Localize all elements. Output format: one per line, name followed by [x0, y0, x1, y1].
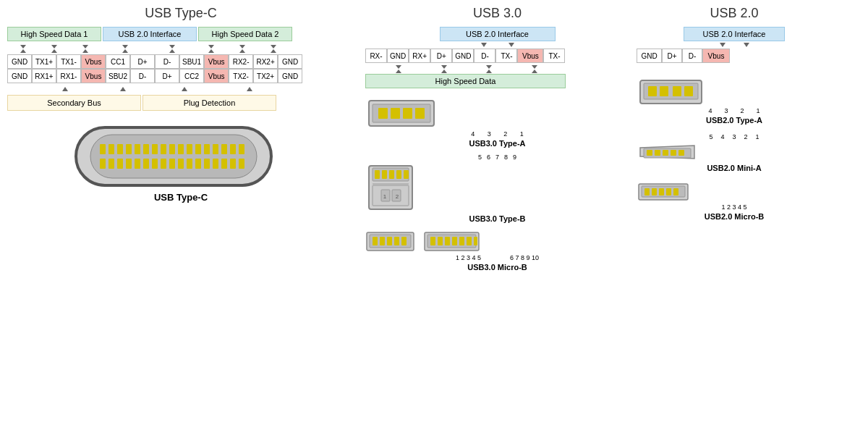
typec-connector-label: USB Type-C — [72, 192, 289, 203]
svg-rect-11 — [178, 144, 184, 154]
arrow-plug-1 — [182, 87, 187, 91]
arrow-hs1-2 — [51, 45, 57, 53]
svg-rect-18 — [239, 144, 244, 154]
svg-rect-31 — [204, 159, 210, 169]
svg-rect-75 — [673, 86, 681, 96]
svg-rect-39 — [391, 108, 400, 119]
svg-text:2: 2 — [396, 193, 399, 200]
usb20mb-pins: 1 2 3 4 5 — [721, 203, 746, 211]
svg-rect-58 — [380, 237, 385, 245]
svg-rect-4 — [117, 144, 123, 154]
arrow-secondary-2 — [120, 87, 126, 91]
pin-rx2p: RX2+ — [253, 54, 278, 69]
usb20mini-pin5: 5 — [709, 133, 712, 140]
svg-rect-50 — [373, 185, 409, 206]
arrow-hs1-3 — [82, 45, 88, 53]
usb30-typea-svg — [365, 97, 438, 130]
typec-connector-svg — [72, 124, 275, 189]
usb2-label-typec: USB 2.0 Interface — [103, 27, 197, 41]
svg-rect-73 — [648, 86, 657, 96]
svg-rect-68 — [459, 237, 464, 245]
usb30-arrow-u1 — [396, 65, 401, 73]
usb30-pin-txm: TX- — [495, 49, 517, 63]
svg-rect-5 — [126, 144, 132, 154]
usb30-pin-dp: D+ — [430, 49, 452, 63]
pin-sbu1: SBU1 — [179, 54, 204, 69]
svg-rect-47 — [396, 170, 401, 179]
usb20mini-pin4: 4 — [720, 133, 724, 140]
svg-rect-69 — [467, 237, 472, 245]
svg-rect-32 — [213, 159, 218, 169]
typec-section: USB Type-C High Speed Data 1 USB 2.0 Int… — [7, 6, 354, 272]
pin-dp-1: D+ — [130, 54, 155, 69]
svg-rect-8 — [152, 144, 158, 154]
typec-pin-row1: GND TX1+ TX1- Vbus CC1 D+ D- SBU1 Vbus R… — [7, 54, 354, 69]
usb20mini-pin1: 1 — [755, 133, 759, 140]
usb30-arrow-d2 — [509, 43, 514, 47]
svg-rect-23 — [135, 159, 140, 169]
svg-rect-57 — [373, 237, 378, 245]
svg-rect-10 — [169, 144, 175, 154]
usb30-typeb-svg: 1 2 — [365, 162, 416, 213]
pin-tx1m: TX1- — [56, 54, 81, 69]
usb30a-pin4: 4 — [471, 130, 475, 138]
usb20-usb2-label: USB 2.0 Interface — [684, 27, 785, 41]
pin-rx2m: RX2- — [229, 54, 253, 69]
usb20a-pin2: 2 — [740, 107, 744, 114]
usb30a-pin3: 3 — [488, 130, 491, 138]
usb20a-pin3: 3 — [724, 107, 728, 114]
svg-rect-38 — [378, 108, 388, 119]
svg-rect-80 — [655, 150, 660, 156]
svg-rect-89 — [666, 188, 671, 196]
pin-vbus-4: Vbus — [204, 69, 229, 83]
usb20-microb-label: USB2.0 Micro-B — [637, 212, 832, 221]
svg-rect-64 — [430, 237, 435, 245]
pin-sbu2: SBU2 — [106, 69, 130, 83]
usb20-microb-svg — [637, 181, 691, 203]
pin-gnd-2: GND — [278, 54, 302, 69]
usb30-arrow-u4 — [532, 65, 537, 73]
usb30-typea-label: USB3.0 Type-A — [365, 139, 629, 148]
usb30-pin-gnd2: GND — [452, 49, 474, 63]
usb30-arrow-d1 — [481, 43, 487, 47]
svg-rect-79 — [647, 150, 652, 156]
usb30-usb2-label: USB 2.0 Interface — [440, 27, 556, 41]
svg-rect-48 — [404, 170, 409, 179]
usb30-typeb-label: USB3.0 Type-B — [365, 214, 629, 223]
arrow-hs2-1 — [208, 45, 214, 53]
svg-rect-61 — [401, 237, 407, 245]
hs2-label: High Speed Data 2 — [198, 27, 292, 41]
svg-rect-3 — [109, 144, 114, 154]
usb20mini-pin2: 2 — [744, 133, 747, 140]
svg-rect-87 — [652, 188, 657, 196]
usb30mb-pin1: 1 2 3 4 5 — [456, 254, 481, 261]
usb30-arrow-u2 — [441, 65, 447, 73]
secondary-bus-label: Secondary Bus — [7, 95, 141, 111]
svg-rect-34 — [230, 159, 236, 169]
usb30-pin-rxm: RX- — [365, 49, 387, 63]
usb20-arrow-d1 — [720, 43, 726, 47]
pin-vbus-3: Vbus — [81, 69, 106, 83]
svg-rect-21 — [117, 159, 123, 169]
arrow-hs2-2 — [239, 45, 245, 53]
svg-rect-2 — [100, 144, 106, 154]
svg-rect-6 — [135, 144, 140, 154]
pin-rx1p: RX1+ — [32, 69, 56, 83]
pin-vbus-1: Vbus — [81, 54, 106, 69]
svg-rect-65 — [438, 237, 443, 245]
pin-tx1p: TX1+ — [32, 54, 56, 69]
svg-rect-17 — [230, 144, 236, 154]
svg-rect-76 — [684, 86, 693, 96]
usb30b-pin8: 8 — [504, 154, 508, 161]
usb20a-pin1: 1 — [756, 107, 760, 114]
svg-rect-22 — [126, 159, 132, 169]
svg-rect-26 — [161, 159, 166, 169]
pin-tx2m: TX2- — [229, 69, 253, 83]
arrow-plug-2 — [247, 87, 252, 91]
svg-rect-81 — [663, 150, 668, 156]
main-layout: USB Type-C High Speed Data 1 USB 2.0 Int… — [0, 0, 854, 277]
pin-vbus-2: Vbus — [204, 54, 229, 69]
arrow-secondary-1 — [62, 87, 68, 91]
usb30a-pin2: 2 — [503, 130, 507, 138]
pin-tx2p: TX2+ — [253, 69, 278, 83]
